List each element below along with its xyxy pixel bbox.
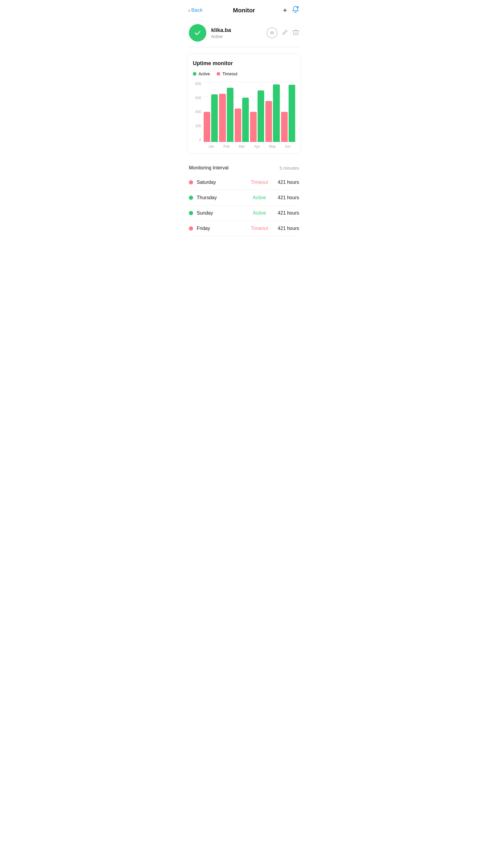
- day-status: Timeout: [247, 226, 271, 231]
- monitor-card: klika.ba Active: [182, 19, 306, 47]
- bar-group-may: [265, 84, 280, 142]
- y-label-400: 400: [193, 110, 201, 114]
- legend-active: Active: [193, 71, 210, 76]
- monitor-avatar: [189, 24, 206, 41]
- header: ‹ Back Monitor +: [182, 0, 306, 19]
- monitoring-interval: Monitoring Interval 5 minutes: [182, 160, 306, 175]
- bar-active-may: [273, 84, 280, 142]
- x-label-feb: Feb: [219, 144, 234, 149]
- back-button[interactable]: ‹ Back: [188, 7, 203, 13]
- bell-icon: [291, 5, 300, 14]
- day-row: ThursdayActive421 hours: [189, 190, 299, 206]
- y-label-200: 200: [193, 124, 201, 128]
- legend-active-dot: [193, 72, 196, 76]
- day-hours: 421 hours: [275, 195, 299, 200]
- legend-timeout: Timeout: [217, 71, 237, 76]
- x-label-apr: Apr: [250, 144, 265, 149]
- legend-timeout-label: Timeout: [222, 71, 237, 76]
- header-actions: +: [283, 5, 300, 15]
- bar-timeout-jan: [204, 112, 210, 142]
- pause-icon: [270, 30, 274, 35]
- bar-active-jun: [289, 85, 295, 142]
- trash-icon: [293, 29, 299, 36]
- bar-active-mar: [242, 98, 249, 142]
- edit-icon: [282, 29, 288, 36]
- bar-group-apr: [250, 90, 264, 142]
- chart-container: 0 200 400 600 800 JanFebMarAprMayJun: [193, 82, 295, 149]
- y-label-800: 800: [193, 82, 201, 86]
- day-status: Timeout: [247, 180, 271, 185]
- bar-timeout-mar: [235, 108, 241, 142]
- add-button[interactable]: +: [283, 7, 287, 14]
- monitor-name: klika.ba: [211, 27, 262, 33]
- day-hours: 421 hours: [275, 210, 299, 216]
- check-icon: [193, 29, 202, 37]
- legend-timeout-dot: [217, 72, 220, 76]
- bar-active-jan: [211, 94, 218, 142]
- bar-timeout-jun: [281, 112, 288, 142]
- bar-active-feb: [227, 88, 233, 142]
- bar-group-mar: [235, 98, 249, 142]
- bars-row: [204, 82, 295, 142]
- day-hours: 421 hours: [275, 226, 299, 231]
- day-row: SundayActive421 hours: [189, 206, 299, 221]
- day-row: SaturdayTimeout421 hours: [189, 175, 299, 190]
- svg-rect-2: [272, 31, 274, 34]
- x-labels: JanFebMarAprMayJun: [204, 144, 295, 149]
- bar-group-jun: [281, 85, 295, 142]
- monitor-status: Active: [211, 34, 262, 39]
- day-dot: [189, 211, 193, 215]
- legend-active-label: Active: [198, 71, 210, 76]
- delete-button[interactable]: [293, 29, 299, 37]
- bar-group-feb: [219, 88, 233, 142]
- day-dot: [189, 180, 193, 184]
- bar-timeout-apr: [250, 112, 257, 142]
- svg-rect-1: [270, 31, 272, 34]
- day-name: Saturday: [197, 180, 244, 185]
- x-label-may: May: [265, 144, 280, 149]
- day-dot: [189, 195, 193, 200]
- monitor-info: klika.ba Active: [211, 27, 262, 39]
- day-name: Sunday: [197, 210, 244, 216]
- day-row: FridayTimeout421 hours: [189, 221, 299, 236]
- page-title: Monitor: [233, 7, 255, 14]
- x-label-mar: Mar: [234, 144, 250, 149]
- bar-timeout-may: [265, 101, 272, 142]
- y-axis: 0 200 400 600 800: [193, 82, 201, 142]
- interval-value: 5 minutes: [280, 165, 299, 170]
- monitor-actions: [267, 27, 299, 38]
- svg-point-0: [297, 6, 298, 8]
- bar-group-jan: [204, 94, 218, 142]
- day-status: Active: [247, 210, 271, 216]
- chart-legend: Active Timeout: [193, 71, 295, 76]
- day-dot: [189, 226, 193, 230]
- y-label-0: 0: [193, 138, 201, 142]
- day-hours: 421 hours: [275, 180, 299, 185]
- x-label-jan: Jan: [204, 144, 219, 149]
- chart-section: Uptime monitor Active Timeout 0 200 400 …: [187, 53, 301, 154]
- y-label-600: 600: [193, 96, 201, 100]
- edit-button[interactable]: [282, 29, 288, 37]
- bell-button[interactable]: [291, 5, 300, 15]
- day-rows: SaturdayTimeout421 hoursThursdayActive42…: [182, 175, 306, 236]
- bars-area: JanFebMarAprMayJun: [204, 82, 295, 149]
- back-label: Back: [191, 7, 203, 13]
- x-label-jun: Jun: [280, 144, 295, 149]
- day-name: Friday: [197, 226, 244, 231]
- day-status: Active: [247, 195, 271, 200]
- svg-rect-3: [293, 31, 298, 35]
- chevron-left-icon: ‹: [188, 7, 190, 13]
- bar-active-apr: [258, 90, 264, 142]
- chart-title: Uptime monitor: [193, 60, 295, 67]
- pause-button[interactable]: [267, 27, 278, 38]
- bar-timeout-feb: [219, 94, 226, 142]
- interval-label: Monitoring Interval: [189, 165, 229, 170]
- day-name: Thursday: [197, 195, 244, 200]
